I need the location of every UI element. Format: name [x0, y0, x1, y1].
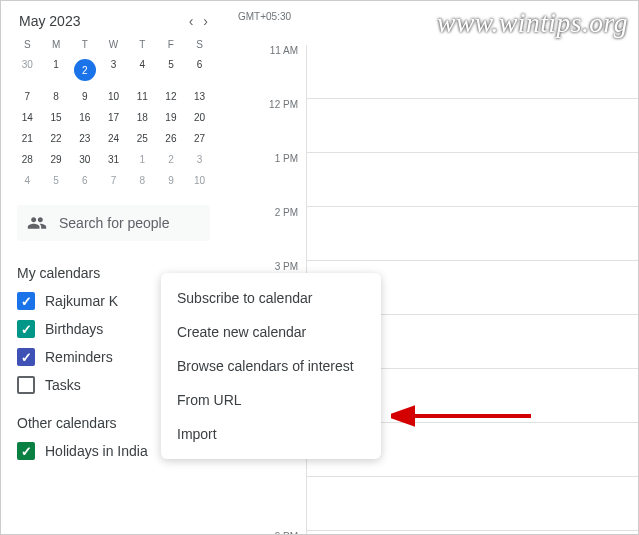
calendar-label: Tasks [45, 377, 81, 393]
day-cell[interactable]: 19 [157, 107, 186, 128]
day-cell[interactable]: 30 [70, 149, 99, 170]
people-icon [27, 213, 47, 233]
dow-cell: M [42, 35, 71, 54]
month-nav: ‹ › [189, 13, 208, 29]
day-cell[interactable]: 29 [42, 149, 71, 170]
my-calendars-label: My calendars [17, 265, 100, 281]
calendar-checkbox[interactable] [17, 320, 35, 338]
month-title: May 2023 [19, 13, 80, 29]
dow-cell: S [185, 35, 214, 54]
day-cell[interactable]: 6 [70, 170, 99, 191]
mini-calendar-header: May 2023 ‹ › [13, 9, 214, 35]
day-cell[interactable]: 1 [128, 149, 157, 170]
day-cell[interactable]: 15 [42, 107, 71, 128]
dow-cell: W [99, 35, 128, 54]
week-row: 30123456 [13, 54, 214, 86]
menu-item[interactable]: Create new calendar [161, 315, 381, 349]
timezone-label: GMT+05:30 [238, 11, 291, 22]
calendar-checkbox[interactable] [17, 442, 35, 460]
menu-item[interactable]: Import [161, 417, 381, 451]
day-cell[interactable]: 22 [42, 128, 71, 149]
menu-item[interactable]: Browse calendars of interest [161, 349, 381, 383]
day-cell[interactable]: 30 [13, 54, 42, 86]
day-cell[interactable]: 3 [99, 54, 128, 86]
search-people-input[interactable]: Search for people [17, 205, 210, 241]
hour-label: 1 PM [226, 153, 306, 207]
day-cell[interactable]: 2 [70, 54, 99, 86]
calendar-label: Rajkumar K [45, 293, 118, 309]
calendar-checkbox[interactable] [17, 348, 35, 366]
week-row: 14151617181920 [13, 107, 214, 128]
day-cell[interactable]: 4 [13, 170, 42, 191]
day-cell[interactable]: 10 [99, 86, 128, 107]
add-calendar-menu: Subscribe to calendarCreate new calendar… [161, 273, 381, 459]
calendar-label: Reminders [45, 349, 113, 365]
day-cell[interactable]: 13 [185, 86, 214, 107]
dow-cell: S [13, 35, 42, 54]
week-row: 45678910 [13, 170, 214, 191]
day-cell[interactable]: 14 [13, 107, 42, 128]
day-cell[interactable]: 24 [99, 128, 128, 149]
day-cell[interactable]: 28 [13, 149, 42, 170]
day-cell[interactable]: 18 [128, 107, 157, 128]
svg-marker-1 [391, 408, 413, 424]
day-cell[interactable]: 2 [157, 149, 186, 170]
day-cell[interactable]: 3 [185, 149, 214, 170]
dow-cell: T [128, 35, 157, 54]
day-cell[interactable]: 7 [13, 86, 42, 107]
day-cell[interactable]: 31 [99, 149, 128, 170]
menu-item[interactable]: Subscribe to calendar [161, 281, 381, 315]
week-row: 78910111213 [13, 86, 214, 107]
calendar-label: Birthdays [45, 321, 103, 337]
day-cell[interactable]: 5 [157, 54, 186, 86]
calendar-checkbox[interactable] [17, 292, 35, 310]
day-cell[interactable]: 8 [128, 170, 157, 191]
day-cell[interactable]: 23 [70, 128, 99, 149]
watermark: www.wintips.org [437, 7, 628, 39]
day-cell[interactable]: 17 [99, 107, 128, 128]
dow-cell: T [70, 35, 99, 54]
day-cell[interactable]: 9 [70, 86, 99, 107]
other-calendars-label: Other calendars [17, 415, 117, 431]
day-cell[interactable]: 27 [185, 128, 214, 149]
dow-cell: F [157, 35, 186, 54]
mini-calendar-grid: 3012345678910111213141516171819202122232… [13, 54, 214, 191]
hour-label: 9 PM [226, 531, 306, 535]
day-cell[interactable]: 9 [157, 170, 186, 191]
hour-label: 2 PM [226, 207, 306, 261]
menu-item[interactable]: From URL [161, 383, 381, 417]
prev-month-button[interactable]: ‹ [189, 13, 194, 29]
day-cell[interactable]: 25 [128, 128, 157, 149]
next-month-button[interactable]: › [203, 13, 208, 29]
week-row: 28293031123 [13, 149, 214, 170]
day-cell[interactable]: 1 [42, 54, 71, 86]
day-cell[interactable]: 26 [157, 128, 186, 149]
day-cell[interactable]: 7 [99, 170, 128, 191]
search-placeholder: Search for people [59, 215, 170, 231]
day-cell[interactable]: 12 [157, 86, 186, 107]
hour-label: 11 AM [226, 45, 306, 99]
day-cell[interactable]: 8 [42, 86, 71, 107]
annotation-arrow [391, 401, 541, 431]
day-cell[interactable]: 5 [42, 170, 71, 191]
day-cell[interactable]: 16 [70, 107, 99, 128]
day-cell[interactable]: 20 [185, 107, 214, 128]
week-row: 21222324252627 [13, 128, 214, 149]
day-cell[interactable]: 21 [13, 128, 42, 149]
hour-label: 12 PM [226, 99, 306, 153]
day-cell[interactable]: 11 [128, 86, 157, 107]
day-cell[interactable]: 6 [185, 54, 214, 86]
calendar-label: Holidays in India [45, 443, 148, 459]
day-of-week-row: SMTWTFS [13, 35, 214, 54]
day-cell[interactable]: 10 [185, 170, 214, 191]
calendar-checkbox[interactable] [17, 376, 35, 394]
hour-label [226, 477, 306, 531]
day-cell[interactable]: 4 [128, 54, 157, 86]
